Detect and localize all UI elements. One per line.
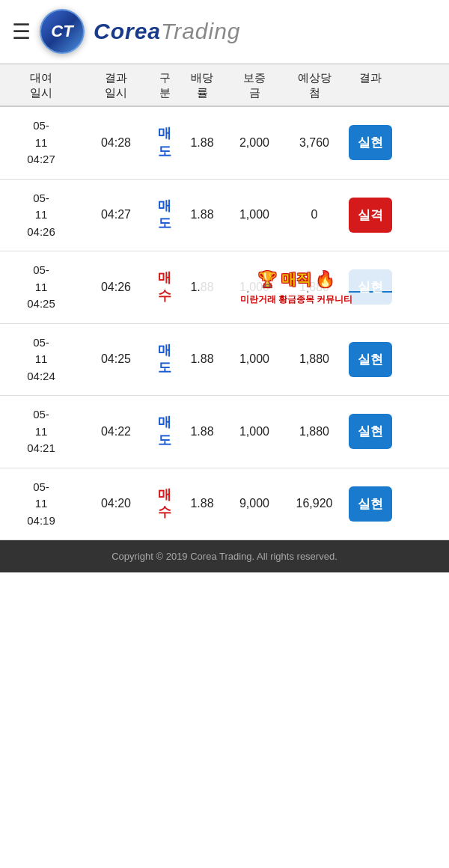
category-3: 매수 [150, 269, 180, 305]
result-cell-6[interactable]: 실현 [344, 486, 397, 522]
category-6: 매수 [150, 486, 180, 522]
category-1: 매도 [150, 125, 180, 160]
result-button-3[interactable]: 실현 [349, 269, 392, 305]
result-button-6[interactable]: 실현 [349, 486, 392, 522]
col-deposit: 보증금 [224, 70, 284, 100]
brand-trading: Trading [161, 19, 241, 43]
dividend-6: 1.88 [180, 497, 224, 510]
dividend-5: 1.88 [180, 425, 224, 438]
brand-text: CoreaTrading [94, 19, 241, 44]
col-result-date: 결과일시 [82, 70, 150, 100]
expected-1: 3,760 [284, 136, 344, 150]
table-row: 05-1104:21 04:22 매도 1.88 1,000 1,880 실현 [0, 396, 449, 468]
deposit-6: 9,000 [224, 497, 284, 510]
result-cell-4[interactable]: 실현 [344, 342, 397, 377]
result-date-5: 04:22 [82, 425, 150, 438]
copyright-text: Copyright © 2019 Corea Trading. All righ… [112, 551, 337, 562]
result-button-2[interactable]: 실격 [349, 198, 392, 233]
category-5: 매도 [150, 414, 180, 449]
deposit-4: 1,000 [224, 352, 284, 366]
result-cell-3[interactable]: 실현 [344, 269, 397, 305]
result-cell-2[interactable]: 실격 [344, 198, 397, 233]
table-row: 05-1104:19 04:20 매수 1.88 9,000 16,920 실현 [0, 468, 449, 541]
expected-5: 1,880 [284, 425, 344, 438]
result-button-1[interactable]: 실현 [349, 125, 392, 160]
dividend-2: 1.88 [180, 208, 224, 221]
deposit-5: 1,000 [224, 425, 284, 438]
result-date-6: 04:20 [82, 497, 150, 510]
logo-letter: CT [51, 22, 73, 41]
rental-date-3: 05-1104:25 [0, 262, 82, 313]
result-button-4[interactable]: 실현 [349, 342, 392, 377]
rental-date-2: 05-1104:26 [0, 190, 82, 241]
dividend-1: 1.88 [180, 136, 224, 150]
table-row: 05-1104:27 04:28 매도 1.88 2,000 3,760 실현 [0, 107, 449, 180]
rental-date-4: 05-1104:24 [0, 334, 82, 385]
col-dividend: 배당률 [180, 70, 224, 100]
category-4: 매도 [150, 342, 180, 377]
hamburger-icon[interactable]: ☰ [12, 19, 31, 44]
result-date-3: 04:26 [82, 281, 150, 294]
col-expected: 예상당첨 [284, 70, 344, 100]
expected-3: 1,880 [284, 281, 344, 294]
rental-date-5: 05-1104:21 [0, 406, 82, 457]
deposit-1: 2,000 [224, 136, 284, 150]
deposit-2: 1,000 [224, 208, 284, 221]
deposit-3: 🏆 매직 🔥 미란거래 황금종목 커뮤니티 1,000 [224, 281, 284, 294]
col-category: 구분 [150, 70, 180, 100]
result-cell-5[interactable]: 실현 [344, 414, 397, 449]
footer: Copyright © 2019 Corea Trading. All righ… [0, 540, 449, 572]
table-row: 05-1104:24 04:25 매도 1.88 1,000 1,880 실현 [0, 324, 449, 397]
expected-6: 16,920 [284, 497, 344, 510]
category-2: 매도 [150, 198, 180, 233]
result-date-2: 04:27 [82, 208, 150, 221]
result-date-4: 04:25 [82, 352, 150, 366]
dividend-4: 1.88 [180, 352, 224, 366]
brand-corea: Corea [94, 19, 161, 43]
table-header: 대여일시 결과일시 구분 배당률 보증금 예상당첨 결과 [0, 64, 449, 107]
expected-4: 1,880 [284, 352, 344, 366]
result-cell-1[interactable]: 실현 [344, 125, 397, 160]
col-rental-date: 대여일시 [0, 70, 82, 100]
table-row: 05-1104:26 04:27 매도 1.88 1,000 0 실격 [0, 180, 449, 252]
dividend-3: 1.88 [180, 281, 224, 294]
col-result: 결과 [344, 70, 397, 100]
table-row: 05-1104:25 04:26 매수 1.88 🏆 매직 🔥 미란거래 황금종… [0, 251, 449, 324]
rental-date-1: 05-1104:27 [0, 117, 82, 168]
result-date-1: 04:28 [82, 136, 150, 150]
app-header: ☰ CT CoreaTrading [0, 0, 449, 64]
rental-date-6: 05-1104:19 [0, 479, 82, 530]
result-button-5[interactable]: 실현 [349, 414, 392, 449]
logo-circle: CT [40, 9, 85, 54]
table-body: 05-1104:27 04:28 매도 1.88 2,000 3,760 실현 … [0, 107, 449, 540]
expected-2: 0 [284, 208, 344, 221]
